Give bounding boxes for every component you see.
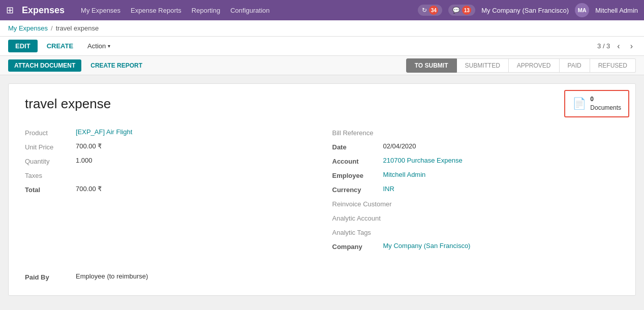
field-row: Analytic Tags (332, 226, 620, 240)
toolbar: EDIT CREATE Action ▾ 3 / 3 ‹ › (0, 37, 644, 56)
field-row: Total700.00 ₹ (25, 183, 312, 197)
status-step-approved[interactable]: APPROVED (509, 58, 560, 73)
top-nav-menu: My Expenses Expense Reports Reporting Co… (81, 7, 269, 14)
grid-icon[interactable]: ⊞ (6, 5, 14, 16)
field-label: Bill Reference (332, 128, 383, 137)
form-card: 📄 0 Documents travel expense Product[EXP… (8, 83, 636, 296)
field-row: EmployeeMitchell Admin (332, 169, 620, 183)
app-title: Expenses (22, 5, 65, 16)
field-label: Product (25, 128, 76, 137)
field-value: 02/04/2020 (383, 142, 416, 150)
field-value: 1.000 (76, 157, 93, 164)
field-row: Product[EXP_AF] Air Flight (25, 126, 312, 140)
attach-document-button[interactable]: ATTACH DOCUMENT (8, 59, 81, 72)
document-icon: 📄 (572, 97, 586, 110)
field-row: Analytic Account (332, 211, 620, 226)
field-row: Reinvoice Customer (332, 197, 620, 211)
field-label: Company (332, 242, 383, 251)
action-button[interactable]: Action ▾ (82, 40, 115, 52)
documents-count: 0 (590, 95, 621, 104)
status-step-paid[interactable]: PAID (560, 58, 590, 73)
messages-count: 13 (462, 6, 471, 15)
avatar[interactable]: MA (575, 3, 589, 17)
field-label: Analytic Account (332, 213, 383, 222)
app-grid-menu[interactable]: ⊞ (6, 5, 14, 16)
field-row: Account210700 Purchase Expense (332, 154, 620, 169)
top-navigation: ⊞ Expenses My Expenses Expense Reports R… (0, 0, 644, 20)
form-right-col: Bill ReferenceDate02/04/2020Account21070… (332, 126, 620, 254)
field-label: Paid By (25, 272, 76, 281)
field-label: Account (332, 157, 383, 165)
field-value: 700.00 ₹ (76, 142, 102, 150)
status-step-to-submit[interactable]: TO SUBMIT (406, 58, 457, 73)
nav-reporting[interactable]: Reporting (192, 7, 220, 14)
form-body: travel expense Product[EXP_AF] Air Fligh… (9, 84, 635, 266)
form-grid: Product[EXP_AF] Air FlightUnit Price700.… (25, 126, 619, 254)
field-label: Taxes (25, 171, 76, 179)
field-value[interactable]: Mitchell Admin (383, 171, 426, 178)
field-value[interactable]: INR (383, 185, 394, 193)
topbar-right: ↻ 34 💬 13 My Company (San Francisco) MA … (418, 3, 638, 17)
create-button[interactable]: CREATE (42, 40, 78, 52)
refresh-icon: ↻ (422, 7, 427, 14)
breadcrumb-separator: / (51, 24, 53, 32)
status-steps: TO SUBMITSUBMITTEDAPPROVEDPAIDREFUSED (406, 58, 636, 73)
field-label: Employee (332, 171, 383, 179)
edit-button[interactable]: EDIT (8, 40, 38, 52)
field-row: Date02/04/2020 (332, 140, 620, 154)
nav-configuration[interactable]: Configuration (230, 7, 269, 14)
breadcrumb: My Expenses / travel expense (0, 20, 644, 37)
messages-btn[interactable]: 💬 13 (448, 5, 475, 16)
field-label: Unit Price (25, 142, 76, 151)
content-area: 📄 0 Documents travel expense Product[EXP… (0, 75, 644, 304)
action-label: Action (87, 42, 106, 50)
field-value: 700.00 ₹ (76, 185, 102, 193)
prev-page-button[interactable]: ‹ (614, 41, 623, 52)
status-step-refused[interactable]: REFUSED (590, 58, 636, 73)
form-left-col: Product[EXP_AF] Air FlightUnit Price700.… (25, 126, 312, 254)
form-bottom: Paid ByEmployee (to reimburse) (9, 266, 635, 295)
nav-my-expenses[interactable]: My Expenses (81, 7, 120, 14)
action-chevron-icon: ▾ (108, 43, 110, 49)
field-value[interactable]: 210700 Purchase Expense (383, 157, 463, 164)
breadcrumb-parent[interactable]: My Expenses (8, 24, 48, 32)
chat-icon: 💬 (452, 7, 460, 14)
field-value[interactable]: My Company (San Francisco) (383, 242, 471, 250)
create-report-button[interactable]: CREATE REPORT (85, 59, 147, 72)
form-title: travel expense (25, 96, 619, 112)
field-label: Reinvoice Customer (332, 199, 392, 208)
field-row: CurrencyINR (332, 183, 620, 197)
status-step-submitted[interactable]: SUBMITTED (457, 58, 509, 73)
field-label: Analytic Tags (332, 228, 383, 236)
nav-expense-reports[interactable]: Expense Reports (131, 7, 181, 14)
documents-widget[interactable]: 📄 0 Documents (564, 90, 629, 117)
notifications-count: 34 (429, 6, 438, 15)
next-page-button[interactable]: › (627, 41, 636, 52)
field-label: Quantity (25, 157, 76, 165)
status-bar: ATTACH DOCUMENT CREATE REPORT TO SUBMITS… (0, 56, 644, 75)
field-label: Date (332, 142, 383, 151)
field-label: Currency (332, 185, 383, 194)
notifications-btn[interactable]: ↻ 34 (418, 5, 442, 16)
field-row: Paid ByEmployee (to reimburse) (25, 270, 619, 283)
field-label: Total (25, 185, 76, 194)
field-row: Taxes (25, 169, 312, 183)
documents-label: Documents (590, 104, 621, 112)
field-value: Employee (to reimburse) (76, 272, 148, 280)
breadcrumb-current: travel expense (56, 24, 99, 32)
user-name: Mitchell Admin (595, 7, 638, 14)
pagination-area: 3 / 3 ‹ › (597, 41, 636, 52)
field-row: Bill Reference (332, 126, 620, 140)
field-row: Quantity1.000 (25, 154, 312, 169)
pagination-text: 3 / 3 (597, 42, 610, 50)
field-value[interactable]: [EXP_AF] Air Flight (76, 128, 132, 136)
field-row: CompanyMy Company (San Francisco) (332, 240, 620, 254)
field-row: Unit Price700.00 ₹ (25, 140, 312, 154)
company-selector[interactable]: My Company (San Francisco) (481, 7, 569, 14)
